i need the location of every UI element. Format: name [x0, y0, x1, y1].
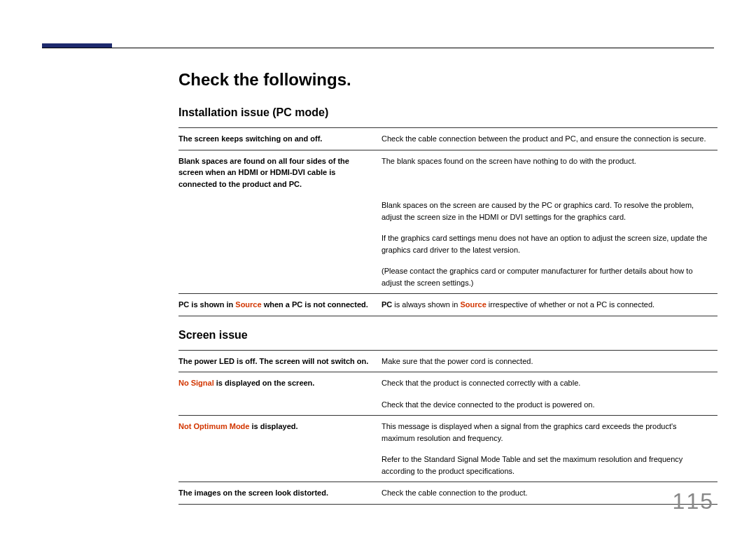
issue-resolution: Check the cable connection between the p… [382, 128, 718, 150]
table-row: Not Optimum Mode is displayed.This messa… [178, 416, 718, 449]
page-title: Check the followings. [178, 70, 718, 90]
table-row: Check that the device connected to the p… [178, 394, 718, 416]
issue-resolution: If the graphics card settings menu does … [382, 227, 718, 260]
issue-symptom: No Signal is displayed on the screen. [178, 372, 382, 394]
issue-symptom [178, 260, 382, 294]
issue-resolution: Check that the device connected to the p… [382, 394, 718, 416]
section-heading: Installation issue (PC mode) [178, 106, 718, 119]
issue-symptom [178, 449, 382, 482]
issue-table: The screen keeps switching on and off.Ch… [178, 127, 718, 316]
sections-container: Installation issue (PC mode)The screen k… [178, 106, 718, 505]
highlighted-term: No Signal [178, 379, 214, 387]
text-fragment: irrespective of whether or not a PC is c… [486, 300, 654, 309]
highlighted-term: Source [235, 300, 261, 309]
page-number: 115 [673, 489, 714, 514]
text-fragment: is displayed on the screen. [214, 379, 315, 387]
bold-term: PC [178, 300, 189, 309]
table-row: No Signal is displayed on the screen.Che… [178, 372, 718, 394]
issue-resolution: Refer to the Standard Signal Mode Table … [382, 449, 718, 482]
table-row: PC is shown in Source when a PC is not c… [178, 294, 718, 316]
bold-term: PC [382, 300, 392, 309]
top-horizontal-rule [42, 48, 714, 48]
issue-symptom [178, 394, 382, 416]
text-fragment: is shown in [189, 300, 235, 309]
issue-resolution: Check that the product is connected corr… [382, 372, 718, 394]
text-fragment: is displayed. [249, 422, 298, 430]
text-fragment: is always shown in [392, 300, 460, 309]
text-fragment: when a PC is not connected. [262, 300, 368, 309]
issue-symptom: The power LED is off. The screen will no… [178, 350, 382, 372]
table-row: The images on the screen look distorted.… [178, 482, 718, 505]
issue-symptom [178, 227, 382, 260]
table-row: Refer to the Standard Signal Mode Table … [178, 449, 718, 482]
issue-resolution: Make sure that the power cord is connect… [382, 350, 718, 372]
issue-symptom [178, 195, 382, 227]
issue-resolution: Blank spaces on the screen are caused by… [382, 195, 718, 227]
highlighted-term: Not Optimum Mode [178, 422, 249, 430]
table-row: The screen keeps switching on and off.Ch… [178, 128, 718, 150]
issue-resolution: (Please contact the graphics card or com… [382, 260, 718, 294]
section-heading: Screen issue [178, 329, 718, 342]
table-row: Blank spaces are found on all four sides… [178, 150, 718, 195]
page-content: Check the followings. Installation issue… [178, 70, 718, 505]
table-row: The power LED is off. The screen will no… [178, 350, 718, 372]
table-row: If the graphics card settings menu does … [178, 227, 718, 260]
issue-resolution: PC is always shown in Source irrespectiv… [382, 294, 718, 316]
table-row: Blank spaces on the screen are caused by… [178, 195, 718, 227]
issue-symptom: PC is shown in Source when a PC is not c… [178, 294, 382, 316]
issue-symptom: The screen keeps switching on and off. [178, 128, 382, 150]
issue-resolution: This message is displayed when a signal … [382, 416, 718, 449]
issue-symptom: The images on the screen look distorted. [178, 482, 382, 505]
issue-table: The power LED is off. The screen will no… [178, 350, 718, 505]
issue-symptom: Blank spaces are found on all four sides… [178, 150, 382, 195]
table-row: (Please contact the graphics card or com… [178, 260, 718, 294]
issue-symptom: Not Optimum Mode is displayed. [178, 416, 382, 449]
highlighted-term: Source [461, 300, 486, 309]
issue-resolution: Check the cable connection to the produc… [382, 482, 718, 505]
issue-resolution: The blank spaces found on the screen hav… [382, 150, 718, 195]
